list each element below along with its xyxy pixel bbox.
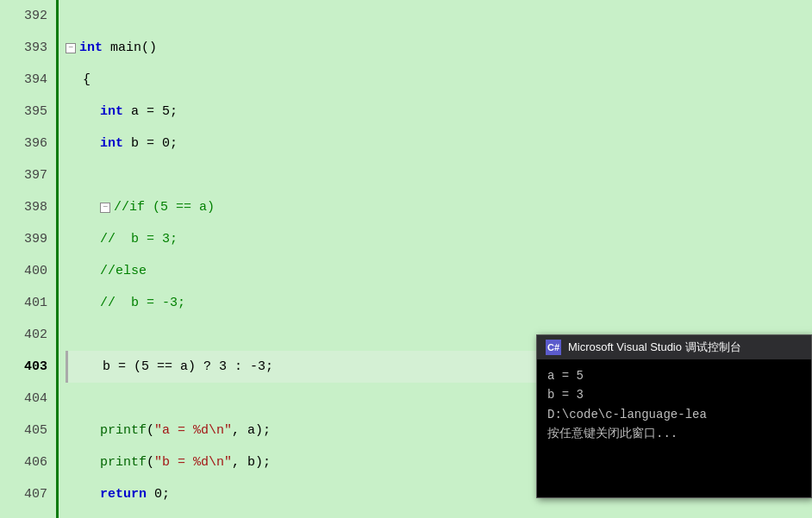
code-line-399: // b = 3;	[66, 223, 812, 255]
line-number-405: 405	[0, 415, 47, 446]
line-number-404: 404	[0, 383, 47, 415]
token-comment: // b = 3;	[100, 223, 178, 255]
line-number-394: 394	[0, 64, 47, 96]
line-numbers: 3923933943953963973983994004014024034044…	[0, 0, 59, 518]
token-str: "b = %d\n"	[154, 446, 232, 478]
code-line-397	[66, 159, 812, 191]
token-plain: , b);	[232, 446, 271, 478]
line-number-403: 403	[0, 351, 47, 383]
token-str: "a = %d\n"	[154, 415, 232, 446]
token-fn: printf	[100, 415, 147, 446]
line-number-397: 397	[0, 159, 47, 191]
console-output-line: b = 3	[547, 385, 801, 404]
code-line-394: {	[66, 64, 812, 96]
token-kw: int	[100, 128, 123, 159]
console-title: Microsoft Visual Studio 调试控制台	[568, 340, 741, 355]
token-plain: b = (5 == a) ? 3 : -3;	[103, 351, 273, 383]
line-number-395: 395	[0, 96, 47, 128]
token-plain: 0;	[147, 478, 170, 510]
code-line-401: // b = -3;	[66, 287, 812, 319]
code-line-393: −int main()	[66, 32, 812, 64]
line-number-398: 398	[0, 191, 47, 223]
line-number-399: 399	[0, 223, 47, 255]
token-comment: //else	[100, 255, 147, 287]
token-plain: main()	[103, 32, 157, 64]
console-icon: C#	[546, 340, 561, 355]
console-window: C# Microsoft Visual Studio 调试控制台 a = 5b …	[536, 334, 812, 498]
token-plain: , a);	[232, 415, 271, 446]
line-number-408: 408	[0, 510, 47, 518]
collapse-btn[interactable]: −	[66, 43, 76, 53]
token-comment: // b = -3;	[100, 287, 185, 319]
token-plain: }	[83, 510, 91, 518]
token-plain: a = 5;	[123, 96, 178, 128]
console-output-line: D:\code\c-language-lea	[547, 405, 801, 424]
console-output-line: a = 5	[547, 366, 801, 385]
code-line-396: int b = 0;	[66, 128, 812, 159]
token-fn: printf	[100, 446, 147, 478]
line-number-393: 393	[0, 32, 47, 64]
token-comment: //if (5 == a)	[114, 191, 215, 223]
line-number-402: 402	[0, 319, 47, 351]
line-number-401: 401	[0, 287, 47, 319]
token-kw: return	[100, 478, 147, 510]
code-line-392	[66, 0, 812, 32]
line-number-392: 392	[0, 0, 47, 32]
console-titlebar: C# Microsoft Visual Studio 调试控制台	[537, 335, 811, 359]
token-plain: (	[147, 446, 154, 478]
token-kw: int	[100, 96, 123, 128]
code-line-400: //else	[66, 255, 812, 287]
code-line-398: −//if (5 == a)	[66, 191, 812, 223]
line-number-396: 396	[0, 128, 47, 159]
console-body: a = 5b = 3D:\code\c-language-lea按任意键关闭此窗…	[537, 359, 811, 497]
token-plain: b = 0;	[123, 128, 178, 159]
collapse-btn[interactable]: −	[100, 203, 110, 213]
code-line-408: }	[66, 510, 812, 518]
code-line-395: int a = 5;	[66, 96, 812, 128]
token-kw: int	[79, 32, 103, 64]
console-output-line: 按任意键关闭此窗口...	[547, 424, 801, 443]
line-number-406: 406	[0, 446, 47, 478]
token-plain: {	[83, 64, 91, 96]
token-plain: (	[147, 415, 154, 446]
line-number-400: 400	[0, 255, 47, 287]
line-number-407: 407	[0, 478, 47, 510]
